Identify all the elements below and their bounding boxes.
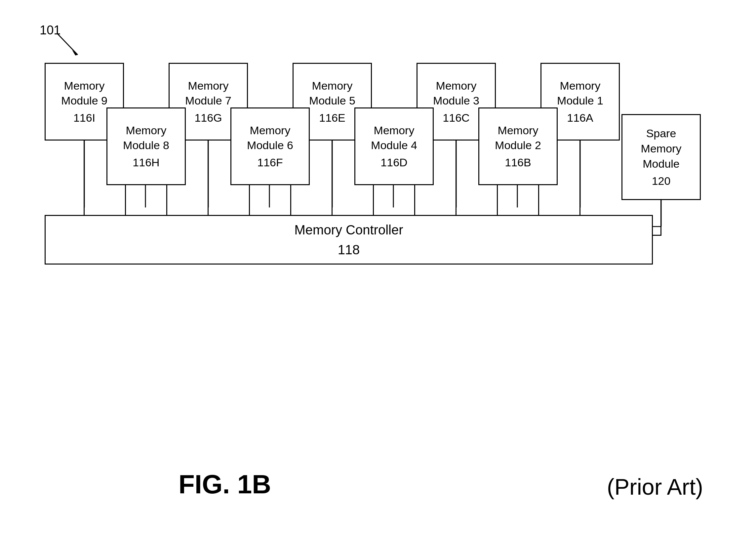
module-mm6: MemoryModule 6 116F [230, 107, 310, 185]
module-mm5-ref: 116E [319, 110, 345, 125]
line-spare-horizontal [653, 235, 661, 236]
module-mm2: MemoryModule 2 116B [478, 107, 558, 185]
module-mm9-ref: 116I [73, 110, 95, 125]
prior-art-label: (Prior Art) [607, 474, 703, 500]
module-spare: SpareMemoryModule 120 [621, 114, 701, 200]
module-mm4: MemoryModule 4 116D [354, 107, 434, 185]
controller-label: Memory Controller [295, 221, 403, 238]
svg-marker-1 [72, 50, 78, 55]
line-mm4-right [414, 185, 415, 216]
module-mm9-label: MemoryModule 9 [61, 78, 107, 109]
line-mm6-right [290, 185, 291, 216]
line-mm2-right [538, 185, 539, 216]
module-mm8-ref: 116H [133, 155, 159, 170]
connections-svg [26, 20, 730, 510]
module-mm2-label: MemoryModule 2 [495, 123, 541, 153]
fig-label: FIG. 1B [179, 469, 271, 500]
line-mm6-left [249, 185, 250, 216]
line-mm8-left [125, 185, 126, 216]
module-mm1-ref: 116A [567, 110, 593, 125]
module-mm7-ref: 116G [194, 110, 222, 125]
module-controller: Memory Controller 118 [45, 215, 653, 265]
controller-ref: 118 [338, 241, 360, 258]
diagram-container: 101 MemoryModule 9 116I MemoryModule 7 1… [26, 20, 730, 510]
line-mm1 [579, 141, 580, 216]
module-mm8-label: MemoryModule 8 [123, 123, 169, 153]
line-mm7 [208, 141, 209, 216]
module-mm4-ref: 116D [380, 155, 407, 170]
ref-label-101: 101 [40, 23, 60, 37]
module-mm8: MemoryModule 8 116H [106, 107, 186, 185]
module-mm6-label: MemoryModule 6 [247, 123, 293, 153]
module-mm5-label: MemoryModule 5 [309, 78, 355, 109]
line-spare-vertical [660, 200, 661, 236]
module-spare-label: SpareMemoryModule [641, 126, 682, 172]
line-mm8-right [166, 185, 167, 216]
line-mm4-left [373, 185, 374, 216]
line-mm3 [456, 141, 457, 216]
line-mm5 [332, 141, 333, 216]
module-mm2-ref: 116B [505, 155, 531, 170]
module-mm7-label: MemoryModule 7 [185, 78, 231, 109]
module-mm3-ref: 116C [443, 110, 469, 125]
module-mm4-label: MemoryModule 4 [371, 123, 417, 153]
module-mm6-ref: 116F [257, 155, 283, 170]
line-mm9 [84, 141, 85, 216]
module-mm1-label: MemoryModule 1 [557, 78, 603, 109]
svg-line-0 [58, 34, 78, 55]
module-mm3-label: MemoryModule 3 [433, 78, 479, 109]
module-spare-ref: 120 [652, 174, 671, 188]
line-mm2-left [497, 185, 498, 216]
